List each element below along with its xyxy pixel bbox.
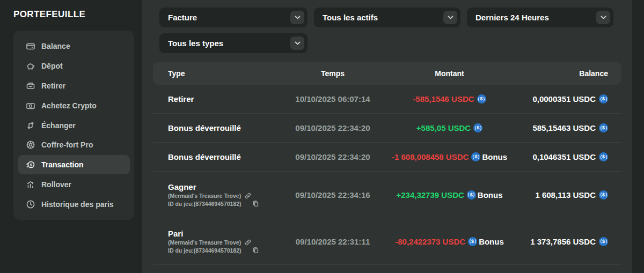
transaction-amount: -80,2422373 USDC — [395, 237, 465, 246]
usdc-coin-icon — [599, 190, 608, 200]
chevron-down-icon — [290, 11, 304, 24]
transaction-type: Pari — [168, 229, 271, 238]
game-id: ID du jeu:(87344694570182) — [168, 247, 241, 254]
game-name: (Mermaid's Treasure Trove) — [168, 239, 241, 246]
banknote-dollar-icon — [25, 100, 35, 110]
link-icon[interactable] — [245, 239, 251, 246]
wallet-icon — [25, 41, 35, 51]
sidebar-item-label: Balance — [41, 42, 70, 50]
piggy-bank-icon — [25, 61, 35, 71]
dropdown-selected-value: Derniers 24 Heures — [475, 13, 549, 22]
wallet-sidebar-region: PORTEFEUILLE Balance Dêpot Retirer Achet… — [0, 0, 142, 273]
column-header-balance: Balance — [504, 69, 621, 78]
sidebar-item-transaction[interactable]: $ Transaction — [18, 155, 130, 175]
sidebar-item-label: Retirer — [41, 82, 65, 90]
transaction-amount: +585,05 USDC — [416, 123, 471, 132]
sidebar-item-balance[interactable]: Balance — [18, 36, 130, 56]
transaction-time: 09/10/2025 22:31:11 — [271, 237, 394, 246]
usdc-coin-icon — [599, 152, 608, 161]
transaction-type: Gagner — [168, 182, 271, 191]
transaction-balance: 1 373,7856 USDC — [530, 237, 596, 246]
swap-arrows-icon — [25, 120, 35, 130]
svg-text:$: $ — [30, 163, 32, 167]
coin-icon: $ — [25, 160, 35, 170]
transaction-content-panel: Facture Tous les actifs Derniers 24 Heur… — [142, 0, 632, 273]
table-row: Pari (Mermaid's Treasure Trove) ID du je… — [153, 218, 621, 265]
table-row: Bonus déverrouillé 09/10/2025 22:34:20 -… — [153, 143, 621, 172]
sidebar-item-rollover[interactable]: Rollover — [18, 174, 130, 194]
usdc-coin-icon — [471, 152, 480, 161]
sidebar-item-label: Rollover — [41, 180, 71, 189]
link-icon[interactable] — [245, 193, 251, 199]
transaction-type: Retirer — [168, 94, 271, 104]
sidebar-item-label: Échanger — [41, 121, 76, 130]
game-id: ID du jeu:(87344694570182) — [168, 201, 241, 207]
invoice-type-dropdown[interactable]: Facture — [159, 8, 308, 27]
type-filter-dropdown[interactable]: Tous les types — [159, 33, 308, 53]
table-header-row: Type Temps Montant Balance — [153, 62, 621, 85]
bonus-badge: Bonus — [478, 190, 503, 200]
transaction-type: Bonus déverrouillé — [168, 152, 271, 161]
chart-icon — [25, 179, 35, 189]
usdc-coin-icon — [599, 94, 608, 104]
transaction-time: 09/10/2025 22:34:20 — [271, 123, 394, 132]
table-row: Bonus déverrouillé 09/10/2025 22:34:20 +… — [153, 114, 621, 143]
transaction-amount: -1 608,008458 USDC — [392, 152, 469, 161]
copy-icon[interactable] — [252, 200, 259, 207]
dropdown-selected-value: Tous les actifs — [323, 13, 378, 22]
usdc-coin-icon — [468, 237, 477, 246]
column-header-montant: Montant — [394, 69, 504, 78]
usdc-coin-icon — [467, 190, 476, 200]
sidebar-item-label: Achetez Crypto — [41, 101, 97, 110]
table-row: Gagner (Mermaid's Treasure Trove) ID du … — [153, 172, 621, 218]
sidebar-item-label: Dêpot — [41, 62, 63, 70]
vault-icon — [25, 140, 35, 150]
sidebar-item-echanger[interactable]: Échanger — [18, 115, 130, 135]
period-filter-dropdown[interactable]: Derniers 24 Heures — [467, 8, 613, 27]
withdraw-icon — [25, 80, 35, 91]
asset-filter-dropdown[interactable]: Tous les actifs — [314, 8, 460, 27]
dropdown-selected-value: Tous les types — [168, 39, 223, 48]
transaction-balance: 1 608,113 USDC — [535, 190, 596, 200]
bonus-badge: Bonus — [482, 152, 507, 161]
page-title: PORTEFEUILLE — [0, 0, 142, 20]
chevron-down-icon — [443, 11, 457, 24]
transactions-table: Type Temps Montant Balance Retirer 10/10… — [153, 62, 621, 265]
clock-icon — [25, 199, 35, 209]
transaction-time: 09/10/2025 22:34:20 — [271, 152, 394, 161]
usdc-coin-icon — [477, 94, 486, 104]
transaction-type: Bonus déverrouillé — [168, 123, 271, 132]
transaction-time: 10/10/2025 06:07:14 — [271, 94, 394, 104]
bonus-badge: Bonus — [479, 237, 504, 246]
table-row: Retirer 10/10/2025 06:07:14 -585,1546 US… — [153, 85, 621, 114]
sidebar-nav: Balance Dêpot Retirer Achetez Crypto Éch… — [13, 31, 134, 220]
sidebar-item-historique-des-paris[interactable]: Historique des paris — [18, 194, 130, 214]
sidebar-item-label: Historique des paris — [41, 200, 114, 209]
sidebar-item-retirer[interactable]: Retirer — [18, 76, 130, 96]
sidebar-item-label: Transaction — [41, 160, 84, 169]
transaction-balance: 585,15463 USDC — [532, 123, 596, 132]
sidebar-item-achetez-crypto[interactable]: Achetez Crypto — [18, 95, 130, 115]
transaction-balance: 0,0000351 USDC — [532, 94, 596, 104]
usdc-coin-icon — [599, 123, 608, 132]
sidebar-item-label: Coffre-fort Pro — [41, 141, 93, 149]
sidebar-item-depot[interactable]: Dêpot — [18, 56, 130, 76]
sidebar-item-coffre-fort-pro[interactable]: Coffre-fort Pro — [18, 135, 130, 155]
transaction-amount: +234,32739 USDC — [396, 190, 464, 200]
transaction-amount: -585,1546 USDC — [413, 94, 474, 104]
transaction-time: 09/10/2025 22:34:16 — [271, 190, 394, 200]
chevron-down-icon — [596, 11, 610, 24]
dropdown-selected-value: Facture — [168, 13, 197, 22]
copy-icon[interactable] — [252, 247, 259, 254]
game-name: (Mermaid's Treasure Trove) — [168, 193, 241, 199]
column-header-type: Type — [153, 69, 271, 78]
transaction-balance: 0,1046351 USDC — [532, 152, 596, 161]
column-header-temps: Temps — [271, 69, 394, 78]
chevron-down-icon — [290, 36, 304, 50]
usdc-coin-icon — [473, 123, 482, 132]
usdc-coin-icon — [599, 237, 608, 246]
filter-bar: Facture Tous les actifs Derniers 24 Heur… — [159, 8, 621, 53]
